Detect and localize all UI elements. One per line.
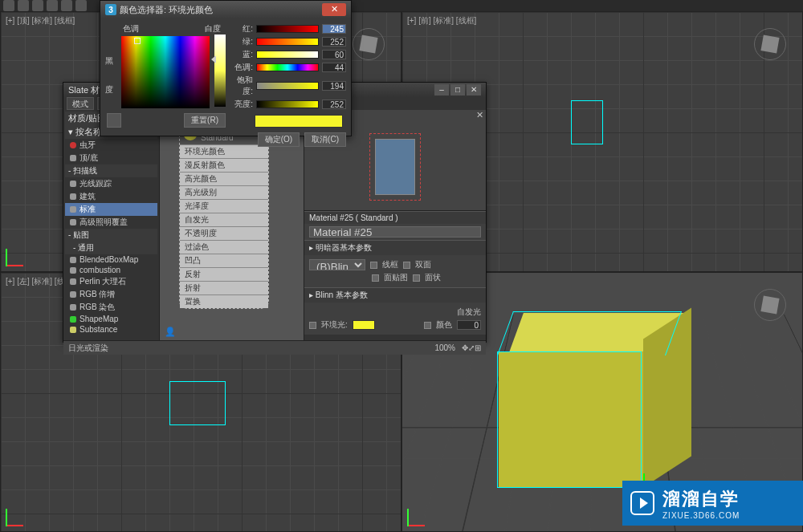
val-spinner[interactable]: 252 bbox=[322, 99, 346, 109]
menu-mode[interactable]: 模式 bbox=[67, 97, 94, 110]
node-slot[interactable]: 凹凸 bbox=[180, 254, 268, 267]
node-slot[interactable]: 高光颜色 bbox=[180, 172, 268, 185]
eyedropper-button[interactable] bbox=[107, 113, 121, 128]
tree-group-maps[interactable]: - 贴图 bbox=[65, 229, 157, 242]
minimize-button[interactable]: – bbox=[434, 84, 449, 95]
red-slider[interactable] bbox=[256, 25, 319, 33]
whiteness-slider[interactable] bbox=[214, 35, 226, 107]
blue-spinner[interactable]: 60 bbox=[322, 50, 346, 59]
checkbox-wire[interactable] bbox=[370, 262, 377, 269]
material-name-field[interactable] bbox=[309, 226, 481, 238]
axis-gizmo-icon bbox=[6, 502, 30, 526]
node-slot[interactable]: 折射 bbox=[180, 281, 268, 294]
val-slider[interactable] bbox=[256, 100, 319, 108]
viewcube-icon[interactable] bbox=[353, 28, 385, 60]
tree-group-scanline[interactable]: - 扫描线 bbox=[65, 164, 157, 177]
tb-icon[interactable] bbox=[3, 0, 14, 11]
tree-item[interactable]: Perlin 大理石 bbox=[65, 275, 157, 288]
blue-slider[interactable] bbox=[256, 51, 319, 59]
tree-item[interactable]: 光线跟踪 bbox=[65, 177, 157, 190]
tree-item-standard[interactable]: 标准 bbox=[65, 203, 157, 216]
ok-button[interactable]: 确定(O) bbox=[258, 132, 300, 147]
tb-icon[interactable] bbox=[61, 0, 72, 11]
object-outline[interactable] bbox=[169, 381, 226, 425]
rollout-shader-basic[interactable]: ▸ 明暗器基本参数 bbox=[304, 240, 486, 255]
nav-tool-icon[interactable]: ⊞ bbox=[475, 343, 481, 352]
sat-slider[interactable] bbox=[256, 82, 319, 90]
watermark-url: ZIXUE.3D66.COM bbox=[662, 511, 740, 520]
node-slot[interactable]: 过滤色 bbox=[180, 240, 268, 254]
viewport-label-top[interactable]: [+] [顶] [标准] [线框] bbox=[6, 15, 75, 26]
tree-item[interactable]: 虫牙 bbox=[65, 139, 157, 152]
close-button[interactable]: ✕ bbox=[467, 84, 481, 95]
node-slot[interactable]: 反射 bbox=[180, 267, 268, 281]
whiteness-label: 白度 bbox=[205, 23, 221, 35]
hue-spinner[interactable]: 44 bbox=[322, 63, 346, 72]
tree-item[interactable]: ShapeMap bbox=[65, 314, 157, 324]
color-field[interactable] bbox=[121, 36, 210, 108]
sat-spinner[interactable]: 194 bbox=[322, 81, 346, 91]
rollout-blinn-basic[interactable]: ▸ Blinn 基本参数 bbox=[304, 287, 486, 303]
tab-close-icon[interactable]: ✕ bbox=[473, 110, 486, 123]
viewport-label-front[interactable]: [+] [前] [标准] [线框] bbox=[407, 15, 476, 26]
tree-item[interactable]: RGB 染色 bbox=[65, 301, 157, 314]
tree-item[interactable]: RGB 倍增 bbox=[65, 288, 157, 301]
watermark-banner: 溜溜自学 ZIXUE.3D66.COM bbox=[622, 481, 803, 526]
tree-group-general[interactable]: - 通用 bbox=[65, 242, 157, 254]
reset-button[interactable]: 重置(R) bbox=[184, 113, 226, 128]
checkbox-2sided[interactable] bbox=[403, 262, 410, 269]
black-axis-label: 黑 bbox=[105, 55, 113, 67]
lock-icon[interactable] bbox=[309, 322, 316, 329]
sample-preview bbox=[375, 139, 415, 195]
tb-icon[interactable] bbox=[47, 0, 58, 11]
slider-arrow-icon[interactable] bbox=[211, 55, 216, 63]
zoom-level[interactable]: 100% bbox=[434, 343, 455, 352]
hue-label: 色调 bbox=[123, 23, 139, 35]
node-slot[interactable]: 置换 bbox=[180, 294, 268, 308]
object-outline[interactable] bbox=[571, 100, 603, 144]
tree-item[interactable]: BlendedBoxMap bbox=[65, 254, 157, 265]
node-slot[interactable]: 光泽度 bbox=[180, 199, 268, 213]
watermark-title: 溜溜自学 bbox=[662, 487, 740, 511]
tree-item[interactable]: 高级照明覆盖 bbox=[65, 216, 157, 229]
green-spinner[interactable]: 252 bbox=[322, 37, 346, 47]
checkbox-facemap[interactable] bbox=[372, 274, 379, 282]
new-color-swatch[interactable] bbox=[255, 115, 343, 128]
tree-item[interactable]: 顶/底 bbox=[65, 152, 157, 164]
node-slot[interactable]: 自发光 bbox=[180, 213, 268, 226]
checkbox-faceted[interactable] bbox=[413, 274, 420, 282]
red-spinner[interactable]: 245 bbox=[322, 24, 346, 34]
param-header: Material #25 ( Standard ) bbox=[304, 211, 486, 224]
node-slot[interactable]: 不透明度 bbox=[180, 226, 268, 240]
tb-icon[interactable] bbox=[32, 0, 43, 11]
green-slider[interactable] bbox=[256, 38, 319, 46]
nav-tool-icon[interactable]: ⤢ bbox=[468, 343, 475, 352]
axis-gizmo-icon bbox=[407, 502, 431, 526]
viewcube-icon[interactable] bbox=[754, 289, 786, 321]
tb-icon[interactable] bbox=[75, 0, 87, 11]
degree-axis-label: 度 bbox=[105, 84, 113, 95]
hue-slider[interactable] bbox=[256, 63, 319, 71]
ambient-color-swatch[interactable] bbox=[353, 320, 375, 330]
navigator-icon[interactable]: 👤 bbox=[165, 327, 176, 337]
material-node[interactable]: Material #25 Standard 环境光颜色 漫反射颜色 高光颜色 高… bbox=[179, 121, 269, 309]
tree-item[interactable]: combustion bbox=[65, 265, 157, 275]
selfillum-spinner[interactable]: 0 bbox=[457, 320, 481, 330]
status-text: 日光或渲染 bbox=[68, 343, 108, 354]
color-crosshair-icon[interactable] bbox=[134, 38, 141, 44]
cancel-button[interactable]: 取消(C) bbox=[304, 132, 346, 147]
tb-icon[interactable] bbox=[18, 0, 29, 11]
tree-item[interactable]: 建筑 bbox=[65, 190, 157, 203]
tree-item[interactable]: Substance bbox=[65, 324, 157, 335]
color-picker-title: 颜色选择器: 环境光颜色 bbox=[120, 4, 213, 16]
color-picker-titlebar[interactable]: 3 颜色选择器: 环境光颜色 ✕ bbox=[100, 1, 351, 18]
checkbox-selfillum-color[interactable] bbox=[424, 322, 431, 329]
maximize-button[interactable]: □ bbox=[450, 84, 465, 95]
shader-dropdown[interactable]: (B)Blinn bbox=[309, 259, 365, 270]
node-slot[interactable]: 漫反射颜色 bbox=[180, 158, 268, 172]
node-slot[interactable]: 高光级别 bbox=[180, 185, 268, 199]
nav-tool-icon[interactable]: ✥ bbox=[462, 343, 468, 352]
close-button[interactable]: ✕ bbox=[322, 3, 346, 16]
color-picker-dialog: 3 颜色选择器: 环境光颜色 ✕ 色调 白度 黑 度 重置(R) 红:245 bbox=[100, 0, 352, 136]
viewcube-icon[interactable] bbox=[754, 28, 786, 60]
